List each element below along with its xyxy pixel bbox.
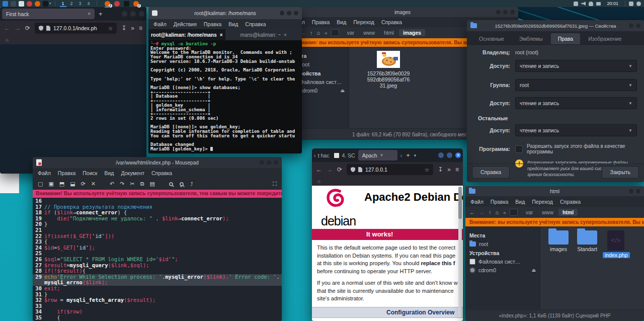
menu-item-Действия[interactable]: Действия (174, 21, 197, 27)
menu-item-Файл[interactable]: Файл (38, 170, 51, 176)
eject-icon[interactable]: ⏏ (531, 268, 536, 273)
menu-icon[interactable]: ≡ (139, 25, 142, 32)
files-icon[interactable] (19, 1, 24, 7)
extension-icon[interactable]: ☆ (317, 179, 321, 184)
tab-Изображение[interactable]: Изображение (581, 33, 628, 44)
close-button[interactable] (294, 11, 298, 16)
menu-item-Вид[interactable]: Вид (515, 199, 525, 205)
scrollbar-thumb[interactable] (458, 187, 462, 219)
download-icon[interactable]: ↧ (438, 166, 443, 173)
minimize-button[interactable] (629, 189, 633, 194)
menu-item-Справка[interactable]: Справка (560, 199, 581, 205)
workspace-2[interactable]: 2 (67, 0, 76, 7)
paste-icon[interactable]: ▤ (150, 181, 155, 187)
menu-item-Вид[interactable]: Вид (337, 19, 346, 25)
up-icon[interactable]: ↑ (310, 30, 313, 36)
window-controls[interactable] (280, 11, 298, 16)
allow-execute-checkbox[interactable] (515, 145, 523, 153)
new-document-icon[interactable]: ▢ (38, 181, 43, 187)
taskbar-terminal[interactable] (124, 1, 129, 7)
bookmark-star-icon[interactable]: ☆ (425, 167, 429, 173)
window-switcher-icon[interactable] (11, 1, 16, 7)
workspace-3[interactable]: 3 (76, 0, 85, 7)
tab-partial[interactable]: t hac (316, 152, 332, 158)
breadcrumb-html[interactable]: html (558, 209, 578, 216)
help-button[interactable]: Справка (472, 166, 510, 179)
breadcrumb-var[interactable]: var (343, 29, 359, 36)
workspace-4[interactable]: 4 (85, 0, 93, 7)
menu-item-Справка[interactable]: Справка (151, 170, 172, 176)
tray-box-icon[interactable] (629, 2, 633, 6)
close-button[interactable] (139, 11, 144, 17)
terminal-icon[interactable] (43, 1, 48, 7)
close-button[interactable] (510, 10, 515, 15)
network-icon[interactable] (596, 2, 601, 6)
bookmark-star-icon[interactable]: ☆ (108, 25, 113, 31)
menu-item-Переход[interactable]: Переход (532, 199, 553, 205)
menu-item-Правка[interactable]: Правка (58, 170, 75, 176)
fullscreen-icon[interactable]: ⛶ (273, 181, 277, 187)
device-icon[interactable] (510, 209, 518, 216)
undo-icon[interactable]: ↶ (110, 181, 114, 187)
save-icon[interactable]: ⬒ (59, 181, 64, 187)
tab-second[interactable]: 4. SC (331, 152, 358, 158)
menu-icon[interactable]: ≡ (455, 166, 459, 173)
collapse-icon[interactable]: ◂ (324, 30, 327, 36)
tab-scroll-right-icon[interactable]: › (400, 152, 403, 158)
terminal-output[interactable]: └─# mysql -u buratino -pEnter password:W… (148, 40, 302, 153)
file-tile-images[interactable]: images (545, 230, 572, 252)
close-icon[interactable]: × (88, 11, 91, 17)
tab-first-hack[interactable]: First hack × (2, 9, 95, 19)
reload-icon[interactable]: ⟳ (337, 166, 342, 173)
tab-bar[interactable]: First hack × + (0, 7, 146, 21)
breadcrumb-var[interactable]: var (522, 209, 537, 216)
forward-icon[interactable]: → (479, 209, 485, 215)
breadcrumb-html[interactable]: html (380, 29, 398, 36)
owner-access-select[interactable]: чтение и запись ▼ (515, 60, 637, 72)
menu-item-Файл[interactable]: Файл (153, 21, 167, 27)
overflow-icon[interactable]: » (131, 25, 134, 32)
close-button[interactable] (636, 24, 640, 28)
close-file-icon[interactable]: ✕ (91, 181, 96, 187)
home-icon[interactable]: ⌂ (317, 30, 320, 36)
taskbar-red-app[interactable] (114, 1, 120, 7)
maximize-button[interactable] (287, 11, 291, 16)
others-access-select[interactable]: чтение и запись ▼ (515, 124, 637, 136)
group-select[interactable]: root ▼ (515, 79, 637, 91)
search-replace-icon[interactable] (180, 181, 185, 187)
code-editor[interactable]: 16 17// Проверка результата подключения1… (33, 198, 282, 321)
url-bar[interactable]: 127.0.0.1 ☆ (347, 164, 433, 175)
file-view[interactable]: imagesStandart</>index.php (540, 226, 644, 309)
url-text[interactable]: 127.0.0.1 (365, 167, 387, 173)
workspace-1[interactable]: 1 (59, 0, 67, 7)
terminal-tab-root[interactable]: root@kaliman: /home/mans × (148, 29, 225, 40)
window-controls[interactable] (629, 24, 640, 28)
titlebar[interactable]: images (287, 7, 518, 17)
collapse-icon[interactable]: ◂ (503, 209, 506, 216)
menu-item-Правка[interactable]: Правка (491, 199, 508, 205)
redo-icon[interactable]: ↷ (120, 181, 124, 187)
file-tile-Standart[interactable]: Standart (574, 230, 600, 252)
volume-icon[interactable] (581, 2, 586, 6)
back-icon[interactable]: ← (4, 25, 10, 32)
tab-Основные[interactable]: Основные (472, 33, 511, 44)
close-button[interactable] (274, 160, 278, 165)
maximize-button[interactable] (629, 24, 633, 28)
menu-item-Документ[interactable]: Документ (121, 170, 144, 176)
url-text[interactable]: 127.0.0.1/index.ph (53, 25, 97, 31)
device-icon[interactable] (331, 29, 339, 36)
maximize-button[interactable] (130, 11, 136, 17)
home-icon[interactable]: ⌂ (496, 209, 499, 215)
forward-icon[interactable]: → (327, 166, 333, 173)
close-icon[interactable]: × (220, 32, 223, 38)
power-icon[interactable] (636, 2, 641, 6)
maximize-button[interactable] (267, 160, 271, 165)
titlebar[interactable]: root@kaliman: /home/mans (148, 7, 302, 19)
titlebar[interactable]: 15276b3f09e0029592db899056af7631.jpeg — … (467, 20, 644, 31)
back-icon[interactable]: ← (469, 209, 475, 215)
file-tile-index.php[interactable]: </>index.php (603, 230, 629, 258)
bell-icon[interactable] (589, 2, 593, 6)
group-access-select[interactable]: чтение и запись ▼ (515, 97, 637, 109)
reload-icon[interactable]: ⟳ (25, 25, 30, 32)
chevron-down-icon[interactable]: ▾ (49, 2, 51, 6)
